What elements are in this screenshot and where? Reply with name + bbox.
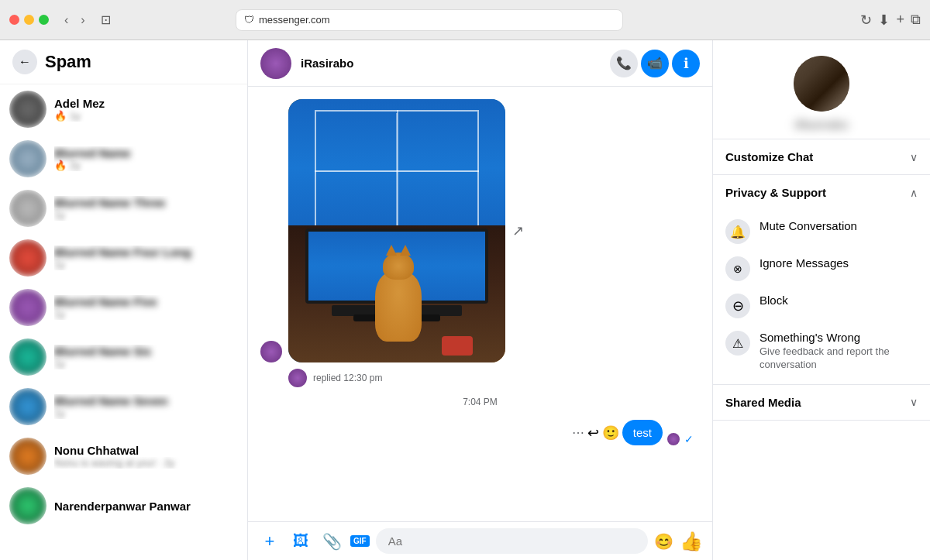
minimize-button[interactable]	[24, 15, 34, 25]
message-row: ↗	[260, 99, 505, 362]
sidebar: ← Spam Adel Mez 🔥1y Blurred Nam	[0, 40, 248, 560]
sender-avatar-small	[288, 369, 307, 387]
privacy-support-header[interactable]: Privacy & Support ∧	[713, 175, 930, 210]
shared-media-title: Shared Media	[725, 396, 801, 409]
report-label: Something's Wrong	[760, 331, 918, 344]
maximize-button[interactable]	[39, 15, 49, 25]
browser-chrome: ‹ › ⊡ 🛡 messenger.com ↻ ⬇ + ⧉	[0, 0, 930, 40]
sidebar-back-button[interactable]: ←	[12, 50, 37, 74]
ignore-icon: ⊗	[725, 256, 750, 281]
more-reaction-button[interactable]: ⋯	[572, 425, 584, 440]
reply-label: replied 12:30 pm	[313, 373, 382, 383]
browser-nav: ‹ ›	[61, 12, 88, 29]
block-item[interactable]: ⊖ Block	[713, 287, 930, 325]
sender-avatar	[260, 341, 282, 362]
mute-icon: 🔔	[725, 219, 750, 244]
list-item[interactable]: Narenderpanwar Panwar	[0, 481, 247, 531]
emoji-react-button[interactable]: 🙂	[602, 424, 619, 441]
message-input[interactable]	[376, 528, 648, 554]
reply-row: replied 12:30 pm	[260, 369, 700, 387]
mute-conversation-item[interactable]: 🔔 Mute Conversation	[713, 213, 930, 250]
message-image-container: ↗	[260, 99, 700, 362]
gif-button[interactable]: GIF	[350, 535, 370, 547]
block-label: Block	[760, 294, 918, 307]
report-text: Something's Wrong Give feedback and repo…	[760, 331, 918, 372]
privacy-support-title: Privacy & Support	[725, 186, 826, 199]
chat-messages: ↗ replied 12:30 pm 7:04 PM ⋯ ↩ 🙂 test	[248, 87, 712, 521]
privacy-support-section: Privacy & Support ∧ 🔔 Mute Conversation …	[713, 175, 930, 385]
address-bar: 🛡 messenger.com	[236, 9, 623, 31]
sidebar-toggle-button[interactable]: ⊡	[98, 11, 114, 29]
list-item[interactable]: Blurred Name 🔥2y	[0, 134, 247, 184]
refresh-button[interactable]: ↻	[860, 12, 872, 29]
back-nav-button[interactable]: ‹	[61, 12, 71, 29]
conv-preview: 1y	[54, 407, 238, 419]
profile-avatar	[794, 56, 849, 112]
conv-info: Blurred Name Six 1y	[54, 345, 238, 369]
chat-header-actions: 📞 📹 ℹ	[610, 50, 700, 77]
download-button[interactable]: ⬇	[878, 12, 890, 29]
browser-actions: ↻ ⬇ + ⧉	[860, 12, 921, 29]
customize-chat-section: Customize Chat ∨	[713, 139, 930, 175]
avatar	[9, 91, 46, 128]
window-button[interactable]: ⧉	[911, 12, 921, 29]
traffic-lights	[9, 15, 49, 25]
list-item[interactable]: Blurred Name Five 1y	[0, 283, 247, 332]
avatar	[9, 388, 46, 425]
conv-preview: 1y	[54, 259, 238, 270]
sent-checkmark: ✓	[684, 433, 694, 445]
conv-name: Adel Mez	[54, 97, 238, 110]
list-item[interactable]: Adel Mez 🔥1y	[0, 84, 247, 134]
reaction-bar: ⋯ ↩ 🙂 test ✓	[260, 417, 700, 448]
chat-header: iRasirabo 📞 📹 ℹ	[248, 40, 712, 87]
block-text: Block	[760, 294, 918, 307]
ignore-text: Ignore Messages	[760, 256, 918, 270]
shared-media-header[interactable]: Shared Media ∨	[713, 385, 930, 420]
customize-chat-header[interactable]: Customize Chat ∨	[713, 139, 930, 174]
profile-name: iRasirabo	[795, 118, 848, 131]
list-item[interactable]: Blurred Name Seven 1y	[0, 382, 247, 431]
privacy-support-chevron: ∧	[910, 187, 918, 199]
conv-preview: Nonu is waving at you! · 2y	[54, 457, 238, 469]
info-button[interactable]: ℹ	[672, 50, 700, 77]
avatar	[9, 140, 46, 177]
close-button[interactable]	[9, 15, 19, 25]
block-icon: ⊖	[725, 294, 750, 318]
phone-call-button[interactable]: 📞	[610, 50, 638, 77]
conv-preview: 1y	[54, 358, 238, 369]
photo-button[interactable]: 🖼	[288, 529, 313, 554]
sticker-button[interactable]: 📎	[319, 529, 344, 554]
reply-button[interactable]: ↩	[587, 424, 599, 441]
ignore-messages-item[interactable]: ⊗ Ignore Messages	[713, 250, 930, 287]
conv-name: Blurred Name Four Long	[54, 246, 238, 259]
list-item[interactable]: Blurred Name Four Long 1y	[0, 233, 247, 283]
sidebar-header: ← Spam	[0, 40, 247, 84]
conv-preview: 1y	[54, 209, 238, 221]
avatar	[9, 239, 46, 277]
list-item[interactable]: Blurred Name Three 1y	[0, 184, 247, 233]
shared-media-section: Shared Media ∨	[713, 385, 930, 421]
conv-info: Blurred Name Four Long 1y	[54, 246, 238, 270]
conv-name: Blurred Name Three	[54, 196, 238, 209]
forward-nav-button[interactable]: ›	[78, 12, 88, 29]
report-item[interactable]: ⚠ Something's Wrong Give feedback and re…	[713, 325, 930, 378]
share-message-button[interactable]: ↗	[512, 222, 524, 239]
conv-name: Blurred Name	[54, 146, 238, 160]
shared-media-chevron: ∨	[910, 396, 918, 408]
privacy-support-items: 🔔 Mute Conversation ⊗ Ignore Messages ⊖	[713, 210, 930, 384]
like-button[interactable]: 👍	[680, 531, 703, 552]
customize-chat-chevron: ∨	[910, 151, 918, 163]
add-button[interactable]: +	[257, 529, 282, 554]
report-sublabel: Give feedback and report the conversatio…	[760, 345, 918, 372]
right-panel: iRasirabo Customize Chat ∨ Privacy & Sup…	[713, 40, 930, 560]
video-call-button[interactable]: 📹	[641, 50, 669, 77]
conv-info: Adel Mez 🔥1y	[54, 97, 238, 122]
read-receipt	[667, 433, 680, 445]
list-item[interactable]: Blurred Name Six 1y	[0, 332, 247, 382]
url-text: messenger.com	[259, 14, 330, 26]
list-item[interactable]: Nonu Chhatwal Nonu is waving at you! · 2…	[0, 431, 247, 481]
conv-name: Blurred Name Seven	[54, 394, 238, 407]
add-tab-button[interactable]: +	[896, 12, 904, 29]
conv-name: Blurred Name Five	[54, 295, 238, 308]
emoji-button[interactable]: 😊	[654, 532, 673, 551]
